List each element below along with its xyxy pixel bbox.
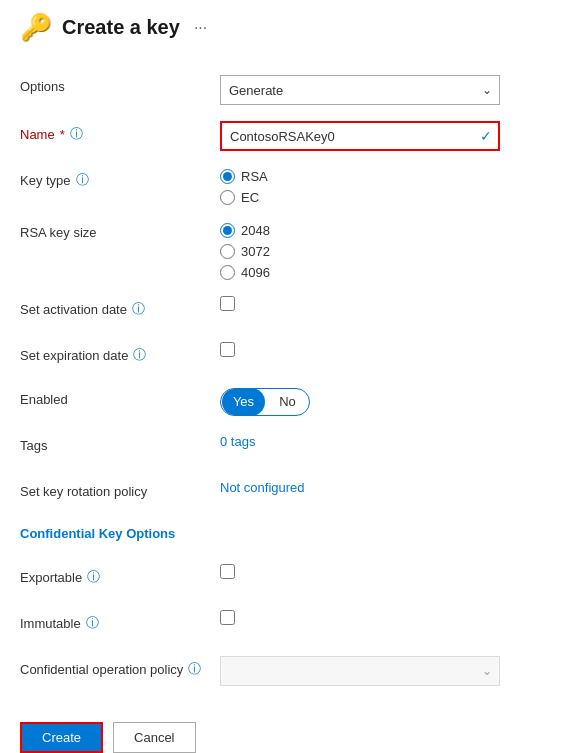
key-rotation-row: Set key rotation policy Not configured [20,480,552,510]
enabled-no-option[interactable]: No [266,388,309,416]
exportable-info-icon[interactable]: ⓘ [87,568,100,586]
enabled-control: Yes No [220,388,552,416]
rsa-size-4096-radio[interactable] [220,265,235,280]
exportable-row: Exportable ⓘ [20,564,552,594]
options-select-wrapper: Generate ⌄ [220,75,500,105]
page-title: Create a key [62,16,180,39]
key-type-control: RSA EC [220,167,552,205]
activation-date-label: Set activation date ⓘ [20,296,220,318]
rsa-size-2048-radio[interactable] [220,223,235,238]
expiration-date-control [220,342,552,357]
key-type-ec-label: EC [241,190,259,205]
key-type-label: Key type ⓘ [20,167,220,189]
rsa-key-size-radio-group: 2048 3072 4096 [220,221,552,280]
options-label: Options [20,75,220,94]
exportable-label: Exportable ⓘ [20,564,220,586]
conf-op-policy-select-wrapper: ⌄ [220,656,500,686]
exportable-checkbox[interactable] [220,564,235,579]
tags-control: 0 tags [220,434,552,449]
immutable-checkbox-item [220,610,552,625]
exportable-checkbox-item [220,564,552,579]
immutable-control [220,610,552,625]
key-type-row: Key type ⓘ RSA EC [20,167,552,205]
conf-op-policy-info-icon[interactable]: ⓘ [188,660,201,678]
key-type-rsa-radio[interactable] [220,169,235,184]
tags-label: Tags [20,434,220,453]
expiration-date-label: Set expiration date ⓘ [20,342,220,364]
footer: Create Cancel [20,706,552,753]
name-input-wrapper: ✓ [220,121,500,151]
immutable-row: Immutable ⓘ [20,610,552,640]
key-icon: 🔑 [20,12,52,43]
key-rotation-link[interactable]: Not configured [220,480,305,495]
name-check-icon: ✓ [480,128,492,144]
key-rotation-label: Set key rotation policy [20,480,220,499]
immutable-checkbox[interactable] [220,610,235,625]
conf-op-policy-label: Confidential operation policy ⓘ [20,656,220,678]
key-type-rsa-label: RSA [241,169,268,184]
key-type-radio-group: RSA EC [220,167,552,205]
rsa-size-4096-option[interactable]: 4096 [220,265,552,280]
rsa-key-size-row: RSA key size 2048 3072 4096 [20,221,552,280]
activation-date-checkbox-item [220,296,552,311]
key-rotation-control: Not configured [220,480,552,495]
enabled-toggle[interactable]: Yes No [220,388,310,416]
create-button[interactable]: Create [20,722,103,753]
name-input[interactable] [220,121,500,151]
rsa-key-size-label: RSA key size [20,221,220,240]
rsa-size-3072-option[interactable]: 3072 [220,244,552,259]
immutable-info-icon[interactable]: ⓘ [86,614,99,632]
rsa-size-2048-label: 2048 [241,223,270,238]
expiration-date-checkbox-item [220,342,552,357]
more-options-icon[interactable]: ··· [194,19,207,37]
rsa-size-2048-option[interactable]: 2048 [220,223,552,238]
activation-date-row: Set activation date ⓘ [20,296,552,326]
conf-op-policy-control: ⌄ [220,656,552,686]
page-header: 🔑 Create a key ··· [20,12,552,51]
conf-op-policy-row: Confidential operation policy ⓘ ⌄ [20,656,552,686]
tags-link[interactable]: 0 tags [220,434,255,449]
expiration-date-checkbox[interactable] [220,342,235,357]
tags-row: Tags 0 tags [20,434,552,464]
name-info-icon[interactable]: ⓘ [70,125,83,143]
key-type-rsa-option[interactable]: RSA [220,169,552,184]
cancel-button[interactable]: Cancel [113,722,195,753]
activation-date-checkbox[interactable] [220,296,235,311]
confidential-section-row: Confidential Key Options [20,526,552,556]
name-label: Name * ⓘ [20,121,220,143]
activation-date-control [220,296,552,311]
expiration-date-info-icon[interactable]: ⓘ [133,346,146,364]
options-select[interactable]: Generate [220,75,500,105]
options-control: Generate ⌄ [220,75,552,105]
enabled-row: Enabled Yes No [20,388,552,418]
confidential-section-label: Confidential Key Options [20,526,175,541]
key-type-ec-radio[interactable] [220,190,235,205]
key-type-ec-option[interactable]: EC [220,190,552,205]
options-row: Options Generate ⌄ [20,75,552,105]
enabled-label: Enabled [20,388,220,407]
activation-date-info-icon[interactable]: ⓘ [132,300,145,318]
enabled-yes-option[interactable]: Yes [222,388,265,416]
rsa-size-3072-label: 3072 [241,244,270,259]
exportable-control [220,564,552,579]
rsa-size-3072-radio[interactable] [220,244,235,259]
key-type-info-icon[interactable]: ⓘ [76,171,89,189]
immutable-label: Immutable ⓘ [20,610,220,632]
rsa-size-4096-label: 4096 [241,265,270,280]
conf-op-policy-select[interactable] [220,656,500,686]
expiration-date-row: Set expiration date ⓘ [20,342,552,372]
rsa-key-size-control: 2048 3072 4096 [220,221,552,280]
name-control: ✓ [220,121,552,151]
name-row: Name * ⓘ ✓ [20,121,552,151]
